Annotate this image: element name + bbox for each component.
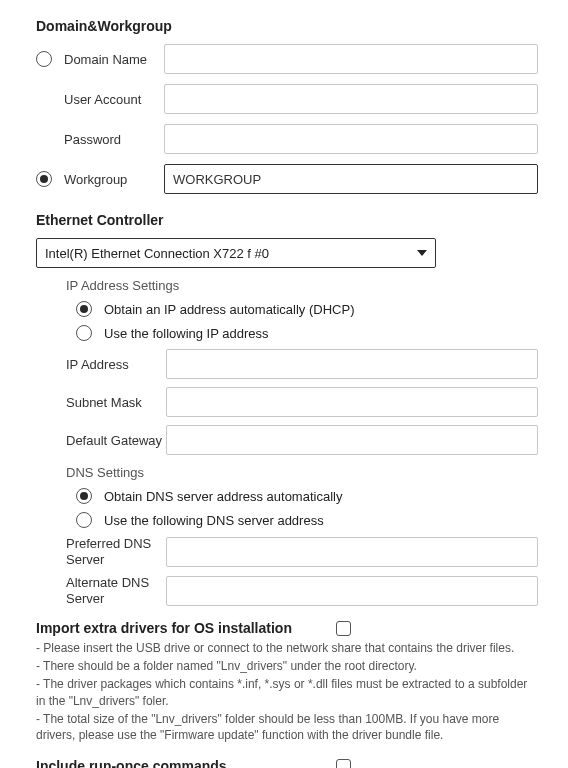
import-drivers-checkbox[interactable]	[336, 621, 351, 636]
subnet-mask-input[interactable]	[166, 387, 538, 417]
ip-dhcp-label: Obtain an IP address automatically (DHCP…	[104, 302, 354, 317]
workgroup-label: Workgroup	[64, 172, 164, 187]
dns-settings-heading: DNS Settings	[66, 465, 538, 480]
domain-name-radio[interactable]	[36, 51, 52, 67]
ethernet-controller-selected: Intel(R) Ethernet Connection X722 f #0	[45, 246, 269, 261]
ip-manual-radio[interactable]	[76, 325, 92, 341]
run-once-checkbox[interactable]	[336, 759, 351, 768]
domain-name-input[interactable]	[164, 44, 538, 74]
password-label: Password	[64, 132, 164, 147]
workgroup-radio[interactable]	[36, 171, 52, 187]
user-account-label: User Account	[64, 92, 164, 107]
domain-name-label: Domain Name	[64, 52, 164, 67]
dns-manual-label: Use the following DNS server address	[104, 513, 324, 528]
dns-manual-radio[interactable]	[76, 512, 92, 528]
alternate-dns-input[interactable]	[166, 576, 538, 606]
subnet-mask-label: Subnet Mask	[66, 395, 166, 410]
preferred-dns-label: Preferred DNS Server	[66, 536, 166, 567]
preferred-dns-input[interactable]	[166, 537, 538, 567]
default-gateway-input[interactable]	[166, 425, 538, 455]
user-account-input[interactable]	[164, 84, 538, 114]
ip-dhcp-radio[interactable]	[76, 301, 92, 317]
ip-manual-label: Use the following IP address	[104, 326, 269, 341]
dns-auto-radio[interactable]	[76, 488, 92, 504]
ip-address-input[interactable]	[166, 349, 538, 379]
domain-workgroup-title: Domain&Workgroup	[36, 18, 538, 34]
ethernet-controller-title: Ethernet Controller	[36, 212, 538, 228]
import-drivers-notes: - Please insert the USB drive or connect…	[36, 640, 538, 744]
password-input[interactable]	[164, 124, 538, 154]
dns-auto-label: Obtain DNS server address automatically	[104, 489, 342, 504]
ip-address-settings-heading: IP Address Settings	[66, 278, 538, 293]
workgroup-input[interactable]	[164, 164, 538, 194]
run-once-title: Include run-once commands	[36, 758, 227, 768]
import-drivers-title: Import extra drivers for OS installation	[36, 620, 292, 636]
ethernet-controller-select[interactable]: Intel(R) Ethernet Connection X722 f #0	[36, 238, 436, 268]
chevron-down-icon	[417, 250, 427, 256]
alternate-dns-label: Alternate DNS Server	[66, 575, 166, 606]
default-gateway-label: Default Gateway	[66, 433, 166, 448]
ip-address-label: IP Address	[66, 357, 166, 372]
